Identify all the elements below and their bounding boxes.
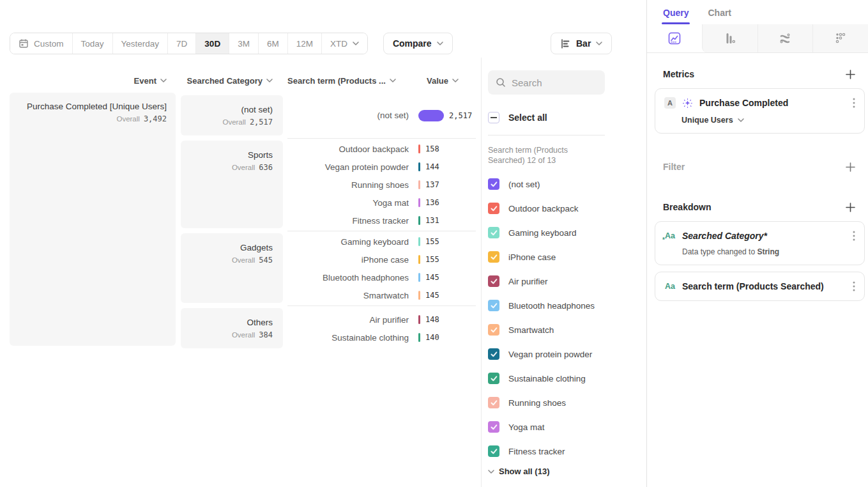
date-range-label: Yesterday <box>121 39 160 49</box>
add-breakdown-button[interactable] <box>846 203 855 212</box>
table-row[interactable]: Air purifier 148 <box>287 311 476 329</box>
report-type-funnels-tab[interactable] <box>702 24 758 52</box>
report-type-retention-tab[interactable] <box>812 24 868 52</box>
flows-icon <box>778 31 792 45</box>
category-group: Others Overall384 Air purifier 148 Susta… <box>181 305 476 351</box>
series-checkbox[interactable] <box>488 178 499 190</box>
check-icon <box>491 424 498 430</box>
date-range-yesterday-button[interactable]: Yesterday <box>112 33 168 54</box>
chevron-down-icon <box>738 118 744 122</box>
series-search-box[interactable] <box>488 70 605 95</box>
column-header-event[interactable]: Event <box>10 76 176 86</box>
breakdown-options-kebab[interactable] <box>853 231 855 241</box>
date-range-xtd-button[interactable]: XTD <box>321 33 367 54</box>
series-checkbox[interactable] <box>488 203 499 214</box>
series-list-item[interactable]: Vegan protein powder <box>488 342 646 366</box>
series-checkbox[interactable] <box>488 373 499 384</box>
metric-card[interactable]: A Purchase Completed Unique Users <box>655 88 865 134</box>
select-all-row[interactable]: Select all <box>488 112 646 123</box>
show-all-toggle[interactable]: Show all (13) <box>488 467 646 476</box>
series-list-item[interactable]: Running shoes <box>488 390 646 415</box>
series-checkbox[interactable] <box>488 300 499 311</box>
series-checkbox[interactable] <box>488 227 499 238</box>
series-list-item[interactable]: Fitness tracker <box>488 439 646 463</box>
date-range-today-button[interactable]: Today <box>72 33 112 54</box>
show-all-label: Show all (13) <box>499 467 549 476</box>
add-filter-button[interactable] <box>846 162 855 172</box>
column-header-searched-category[interactable]: Searched Category <box>181 76 283 86</box>
column-header-label: Event <box>134 76 156 86</box>
series-list-item[interactable]: Sustainable clothing <box>488 366 646 390</box>
date-range-6m-button[interactable]: 6M <box>258 33 287 54</box>
table-row[interactable]: (not set) 2,517 <box>287 107 476 125</box>
table-row[interactable]: Vegan protein powder 144 <box>287 158 476 176</box>
select-all-checkbox[interactable] <box>488 112 499 123</box>
category-cell[interactable]: Others Overall384 <box>181 308 283 348</box>
date-range-12m-button[interactable]: 12M <box>287 33 321 54</box>
column-header-value[interactable]: Value <box>427 76 459 86</box>
overall-label: Overall <box>116 115 139 123</box>
series-list-item[interactable]: Gaming keyboard <box>488 220 646 245</box>
tab-chart[interactable]: Chart <box>708 8 731 24</box>
chevron-down-icon <box>437 42 443 45</box>
add-metric-button[interactable] <box>846 70 855 79</box>
check-icon <box>491 327 498 333</box>
series-list-item[interactable]: Yoga mat <box>488 415 646 439</box>
date-range-7d-button[interactable]: 7D <box>167 33 195 54</box>
series-list-item[interactable]: Air purifier <box>488 269 646 293</box>
value-text: 136 <box>425 198 439 207</box>
value-text: 148 <box>425 315 439 324</box>
series-list-item[interactable]: iPhone case <box>488 245 646 269</box>
table-row[interactable]: Smartwatch 145 <box>287 286 476 304</box>
date-range-30d-button[interactable]: 30D <box>195 33 229 54</box>
series-checkbox[interactable] <box>488 251 499 263</box>
series-list-item[interactable]: Smartwatch <box>488 318 646 342</box>
table-row[interactable]: Yoga mat 136 <box>287 194 476 212</box>
category-cell[interactable]: Sports Overall636 <box>181 141 283 228</box>
series-checkbox[interactable] <box>488 445 499 457</box>
table-row[interactable]: iPhone case 155 <box>287 251 476 268</box>
series-checkbox[interactable] <box>488 397 499 408</box>
chart-type-dropdown[interactable]: Bar <box>551 33 612 54</box>
series-list-item[interactable]: Outdoor backpack <box>488 196 646 220</box>
table-row[interactable]: Bluetooth headphones 145 <box>287 268 476 286</box>
date-range-custom-button[interactable]: Custom <box>10 33 72 54</box>
value-bar <box>418 291 420 300</box>
column-header-search-term[interactable]: Search term (Products ... <box>287 76 427 86</box>
table-row[interactable]: Outdoor backpack 158 <box>287 140 476 158</box>
check-icon <box>491 449 498 454</box>
series-list-item[interactable]: (not set) <box>488 172 646 196</box>
category-name: Sports <box>181 150 273 160</box>
series-list: (not set)Outdoor backpackGaming keyboard… <box>488 172 646 463</box>
series-list-item[interactable]: Bluetooth headphones <box>488 293 646 318</box>
report-type-flows-tab[interactable] <box>758 24 813 52</box>
series-search-input[interactable] <box>512 77 595 88</box>
category-cell[interactable]: (not set) Overall2,517 <box>181 95 283 135</box>
table-row[interactable]: Gaming keyboard 155 <box>287 233 476 251</box>
breakdown-options-kebab[interactable] <box>853 281 855 291</box>
value-bar <box>418 255 420 264</box>
table-row[interactable]: Fitness tracker 131 <box>287 212 476 229</box>
compare-button[interactable]: Compare <box>383 33 453 54</box>
check-icon <box>491 352 498 357</box>
series-checkbox[interactable] <box>488 275 499 287</box>
series-checkbox[interactable] <box>488 348 499 360</box>
report-type-insights-tab[interactable] <box>647 24 702 52</box>
date-range-3m-button[interactable]: 3M <box>229 33 258 54</box>
event-cell[interactable]: Purchase Completed [Unique Users] Overal… <box>10 93 176 346</box>
retention-dots-icon <box>834 31 848 45</box>
table-row[interactable]: Sustainable clothing 140 <box>287 329 476 346</box>
breakdown-card-searched-category[interactable]: Aa* Searched Category* Data type changed… <box>655 221 865 265</box>
series-checkbox[interactable] <box>488 421 499 433</box>
category-cell[interactable]: Gadgets Overall545 <box>181 233 283 303</box>
metric-aggregation-dropdown[interactable]: Unique Users <box>681 116 855 125</box>
metric-options-kebab[interactable] <box>853 98 855 108</box>
tab-query[interactable]: Query <box>663 8 689 24</box>
date-range-segmented-control: Custom Today Yesterday 7D 30D 3M 6M 12M … <box>10 33 368 54</box>
table-row[interactable]: Running shoes 137 <box>287 176 476 194</box>
series-checkbox[interactable] <box>488 324 499 336</box>
chevron-down-icon <box>390 79 396 82</box>
breakdown-heading: Breakdown <box>663 202 711 212</box>
breakdown-card-row: Aa Search term (Products Searched) <box>664 281 855 292</box>
breakdown-card-search-term[interactable]: Aa Search term (Products Searched) <box>655 272 865 301</box>
